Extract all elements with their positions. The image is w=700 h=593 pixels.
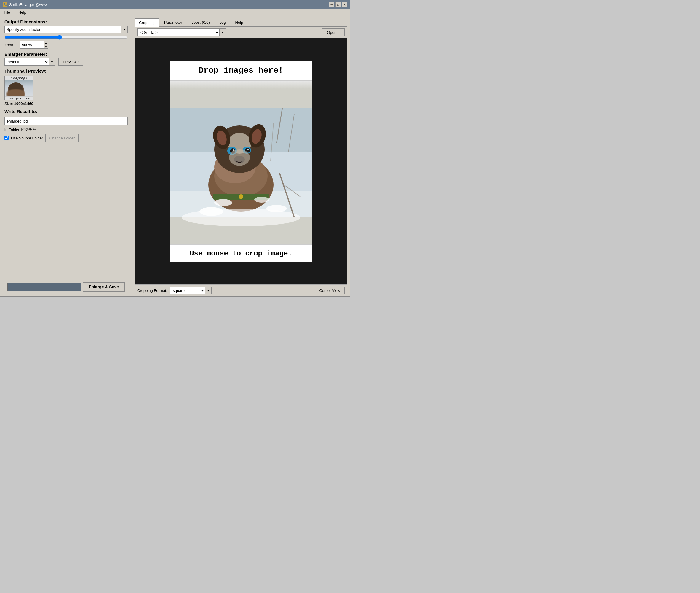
tab-help-right[interactable]: Help [231, 18, 248, 27]
app-icon: 🐾 [3, 2, 7, 7]
write-result-title: Write Result to: [4, 109, 128, 114]
window-title: SmillaEnlarger @www [9, 2, 48, 7]
svg-point-22 [229, 149, 250, 166]
image-canvas: Drop images here! [170, 61, 312, 262]
bottom-bar: Enlarge & Save [4, 280, 128, 293]
enlarger-dropdown-arrow[interactable]: ▼ [49, 58, 55, 66]
smilla-bar: < Smilla > ▼ Open... [135, 27, 347, 38]
open-button[interactable]: Open... [322, 29, 345, 36]
smilla-dropdown-arrow[interactable]: ▼ [220, 29, 226, 36]
thumbnail-box: ExampleInput Use image drop here. [4, 76, 34, 100]
enlarger-dropdown[interactable]: default [4, 58, 49, 66]
tabs-row: Cropping Parameter Jobs: (0/0) Log Help [132, 16, 350, 27]
zoom-slider-row [4, 34, 128, 40]
output-dimensions-section: Output Dimensions: Specify zoom factor ▼… [4, 19, 128, 49]
preview-button[interactable]: Preview ! [58, 58, 83, 66]
filename-input[interactable] [4, 117, 128, 125]
minimize-button[interactable]: ─ [329, 2, 334, 7]
thumbnail-section: Thumbnail Preview: ExampleInput Use imag… [4, 69, 128, 106]
folder-row: in Folder ピクチャ [4, 127, 128, 132]
enlarger-row: default ▼ Preview ! [4, 58, 128, 66]
svg-point-26 [254, 197, 269, 203]
zoom-value-row: Zoom: ▲ ▼ [4, 41, 128, 49]
thumbnail-footer: Use image drop here. [5, 96, 33, 100]
svg-point-20 [248, 149, 249, 150]
close-button[interactable]: ✕ [342, 2, 347, 7]
menu-bar: File Help [0, 9, 350, 16]
svg-point-25 [214, 199, 232, 206]
tab-parameter[interactable]: Parameter [160, 18, 187, 27]
size-label: Size: [4, 102, 13, 106]
format-dropdown-arrow[interactable]: ▼ [205, 286, 212, 294]
tab-log[interactable]: Log [215, 18, 230, 27]
menu-file[interactable]: File [2, 9, 12, 15]
size-value: 1000x1460 [14, 102, 34, 106]
svg-point-24 [238, 194, 243, 199]
crop-instruction-text: Use mouse to crop image. [170, 244, 312, 262]
tab-cropping[interactable]: Cropping [135, 18, 159, 27]
enlarger-dropdown-wrap: default ▼ [4, 58, 55, 66]
enlarger-parameter-section: Enlarger Parameter: default ▼ Preview ! [4, 52, 128, 66]
change-folder-button[interactable]: Change Folder [45, 134, 79, 142]
format-dropdown-wrap: square free 4:3 16:9 ▼ [170, 286, 212, 294]
thumbnail-dog-image [5, 80, 33, 96]
zoom-mode-row: Specify zoom factor ▼ [4, 26, 128, 33]
center-view-button[interactable]: Center View [315, 286, 345, 294]
title-bar: 🐾 SmillaEnlarger @www ─ □ ✕ [0, 0, 350, 9]
progress-bar [7, 283, 81, 291]
thumbnail-preview-title: Thumbnail Preview: [4, 69, 128, 74]
in-folder-label: in Folder [4, 127, 19, 132]
cropping-format-label: Cropping Format: [137, 288, 167, 293]
zoom-down-button[interactable]: ▼ [44, 45, 48, 49]
title-bar-left: 🐾 SmillaEnlarger @www [3, 2, 48, 7]
svg-point-29 [182, 208, 300, 226]
thumbnail-body [5, 80, 33, 96]
restore-button[interactable]: □ [336, 2, 341, 7]
smilla-dropdown[interactable]: < Smilla > [137, 29, 220, 36]
use-source-label: Use Source Folder [11, 136, 43, 140]
zoom-input-wrap: ▲ ▼ [20, 41, 48, 49]
dog-photo [170, 81, 312, 244]
use-source-checkbox[interactable] [4, 136, 9, 140]
zoom-mode-dropdown-arrow[interactable]: ▼ [121, 26, 128, 33]
cropping-format-bar: Cropping Format: square free 4:3 16:9 ▼ … [135, 284, 347, 296]
main-content: Output Dimensions: Specify zoom factor ▼… [0, 16, 350, 296]
thumbnail-inner: ExampleInput Use image drop here. [5, 76, 33, 100]
zoom-up-button[interactable]: ▲ [44, 41, 48, 45]
right-panel: Cropping Parameter Jobs: (0/0) Log Help … [132, 16, 350, 296]
dog-photo-svg [170, 81, 312, 244]
folder-name: ピクチャ [21, 127, 36, 132]
smilla-dropdown-wrap: < Smilla > ▼ [137, 29, 226, 36]
zoom-spinner: ▲ ▼ [44, 41, 48, 49]
zoom-slider[interactable] [4, 34, 128, 40]
output-dimensions-title: Output Dimensions: [4, 19, 128, 24]
size-row: Size: 1000x1460 [4, 102, 128, 106]
thumbnail-header: ExampleInput [5, 76, 33, 80]
tab-content-area: < Smilla > ▼ Open... Drop images here! [135, 27, 347, 296]
enlarger-parameter-title: Enlarger Parameter: [4, 52, 128, 57]
zoom-label: Zoom: [4, 43, 17, 47]
drop-text: Drop images here! [170, 61, 312, 81]
menu-help[interactable]: Help [16, 9, 28, 15]
title-bar-controls: ─ □ ✕ [329, 2, 347, 7]
zoom-mode-dropdown[interactable]: Specify zoom factor [4, 26, 121, 33]
write-result-section: Write Result to: in Folder ピクチャ Use Sour… [4, 109, 128, 142]
checkbox-row: Use Source Folder Change Folder [4, 134, 128, 142]
image-area: Drop images here! [135, 38, 347, 284]
zoom-input[interactable] [20, 41, 44, 49]
left-panel: Output Dimensions: Specify zoom factor ▼… [0, 16, 132, 296]
format-dropdown[interactable]: square free 4:3 16:9 [170, 286, 205, 294]
tab-jobs[interactable]: Jobs: (0/0) [187, 18, 214, 27]
main-window: 🐾 SmillaEnlarger @www ─ □ ✕ File Help Ou… [0, 0, 350, 296]
enlarge-save-button[interactable]: Enlarge & Save [83, 282, 125, 291]
